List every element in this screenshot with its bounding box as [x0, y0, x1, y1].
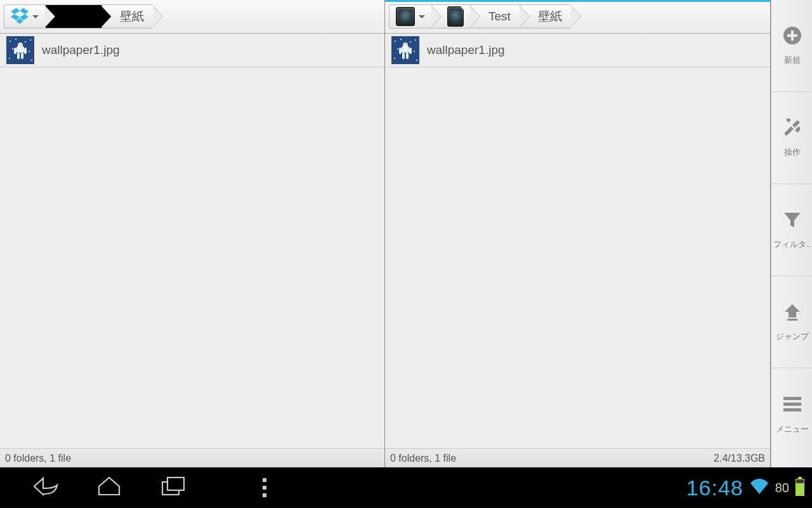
svg-rect-34 — [409, 48, 412, 54]
file-row[interactable]: wallpaper1.jpg — [0, 34, 384, 67]
svg-rect-36 — [406, 53, 409, 59]
svg-point-37 — [403, 44, 405, 45]
status-right-text: 2.4/13.3GB — [714, 453, 765, 464]
wifi-icon[interactable] — [750, 478, 769, 497]
filter-label: フィルタ.. — [771, 239, 812, 250]
breadcrumb-right: Test 壁紙 — [385, 0, 770, 34]
funnel-icon — [782, 210, 802, 230]
menu-button[interactable]: メニュー — [771, 368, 812, 460]
hamburger-icon — [782, 394, 802, 415]
svg-point-30 — [416, 60, 417, 61]
file-thumbnail — [6, 36, 34, 64]
svg-point-8 — [25, 41, 26, 43]
home-icon[interactable] — [96, 476, 122, 500]
chevron-down-icon — [32, 15, 39, 18]
svg-point-23 — [395, 41, 396, 42]
tools-label: 操作 — [771, 147, 812, 158]
storage-icon — [396, 7, 415, 26]
svg-rect-17 — [24, 48, 27, 54]
svg-rect-41 — [787, 34, 797, 37]
svg-point-27 — [397, 48, 398, 50]
status-bar-left: 0 folders, 1 file — [0, 448, 384, 467]
file-row[interactable]: wallpaper1.jpg — [385, 34, 770, 67]
svg-rect-16 — [14, 48, 16, 54]
dropbox-icon — [11, 8, 29, 25]
svg-point-26 — [415, 39, 416, 41]
new-button[interactable]: 新規 — [771, 0, 812, 92]
svg-point-15 — [18, 43, 23, 48]
sdcard-icon — [447, 6, 464, 27]
file-name-label: wallpaper1.jpg — [42, 43, 120, 57]
file-name-label: wallpaper1.jpg — [427, 43, 505, 57]
svg-point-7 — [15, 39, 16, 40]
left-pane: 壁紙 wallpaper1.jpg 0 folders, 1 file — [0, 0, 385, 467]
svg-point-32 — [403, 43, 408, 48]
breadcrumb-current-left-label: 壁紙 — [120, 8, 144, 25]
wrench-icon — [782, 117, 802, 138]
tools-button[interactable]: 操作 — [771, 92, 812, 184]
svg-point-38 — [406, 44, 407, 45]
app-root: 壁紙 wallpaper1.jpg 0 folders, 1 file — [0, 0, 812, 467]
svg-point-29 — [394, 58, 395, 59]
svg-rect-19 — [21, 53, 23, 59]
svg-point-10 — [12, 48, 13, 50]
status-left-text: 0 folders, 1 file — [5, 453, 71, 464]
svg-rect-44 — [787, 319, 797, 321]
toolbar-sidebar: 新規 操作 フィルタ.. ジャンプ メニュー — [771, 0, 812, 467]
navbar-left — [0, 476, 266, 500]
breadcrumb-root-storage[interactable] — [389, 4, 431, 29]
svg-marker-0 — [11, 8, 20, 14]
breadcrumb-test-label: Test — [488, 10, 511, 23]
recents-icon[interactable] — [160, 476, 187, 500]
chevron-down-icon — [419, 15, 425, 18]
svg-rect-52 — [796, 479, 804, 483]
clock[interactable]: 16:48 — [686, 476, 743, 500]
file-list-left[interactable]: wallpaper1.jpg — [0, 34, 384, 448]
android-navbar: 16:48 80 — [0, 467, 812, 508]
svg-point-24 — [400, 39, 402, 40]
breadcrumb-left: 壁紙 — [0, 0, 384, 34]
jump-button[interactable]: ジャンプ — [771, 276, 812, 368]
svg-rect-45 — [783, 397, 801, 400]
menu-label: メニュー — [771, 424, 812, 435]
svg-point-28 — [414, 51, 415, 52]
svg-marker-42 — [784, 213, 801, 227]
svg-point-12 — [9, 58, 10, 59]
arrow-up-icon — [782, 302, 802, 322]
svg-rect-35 — [402, 53, 405, 59]
svg-point-21 — [21, 44, 22, 45]
battery-percent: 80 — [775, 481, 789, 495]
svg-point-20 — [18, 44, 20, 45]
filter-button[interactable]: フィルタ.. — [771, 184, 812, 276]
status-left-text: 0 folders, 1 file — [390, 453, 456, 464]
new-label: 新規 — [771, 55, 812, 66]
status-bar-right: 0 folders, 1 file 2.4/13.3GB — [385, 448, 770, 467]
svg-point-11 — [29, 51, 30, 52]
svg-rect-46 — [783, 403, 801, 406]
battery-icon[interactable] — [796, 477, 804, 498]
breadcrumb-current-right-label: 壁紙 — [538, 8, 562, 25]
svg-point-25 — [410, 41, 411, 43]
svg-point-6 — [10, 41, 11, 42]
svg-rect-49 — [167, 478, 184, 490]
svg-rect-33 — [399, 48, 402, 54]
back-icon[interactable] — [32, 476, 58, 500]
svg-marker-43 — [785, 304, 800, 318]
svg-rect-18 — [17, 53, 20, 59]
svg-point-9 — [30, 39, 31, 41]
svg-point-13 — [31, 60, 32, 61]
file-list-right[interactable]: wallpaper1.jpg — [385, 34, 770, 448]
breadcrumb-root-dropbox[interactable] — [4, 4, 45, 29]
file-thumbnail — [391, 36, 419, 64]
svg-rect-47 — [783, 408, 801, 411]
navbar-right: 16:48 80 — [686, 476, 804, 500]
plus-circle-icon — [782, 25, 802, 46]
right-pane: Test 壁紙 wallpaper1.jpg 0 folders, 1 file… — [385, 0, 771, 467]
jump-label: ジャンプ — [771, 331, 812, 342]
overflow-icon[interactable] — [263, 478, 266, 497]
svg-marker-1 — [20, 8, 29, 14]
svg-rect-50 — [798, 477, 802, 479]
